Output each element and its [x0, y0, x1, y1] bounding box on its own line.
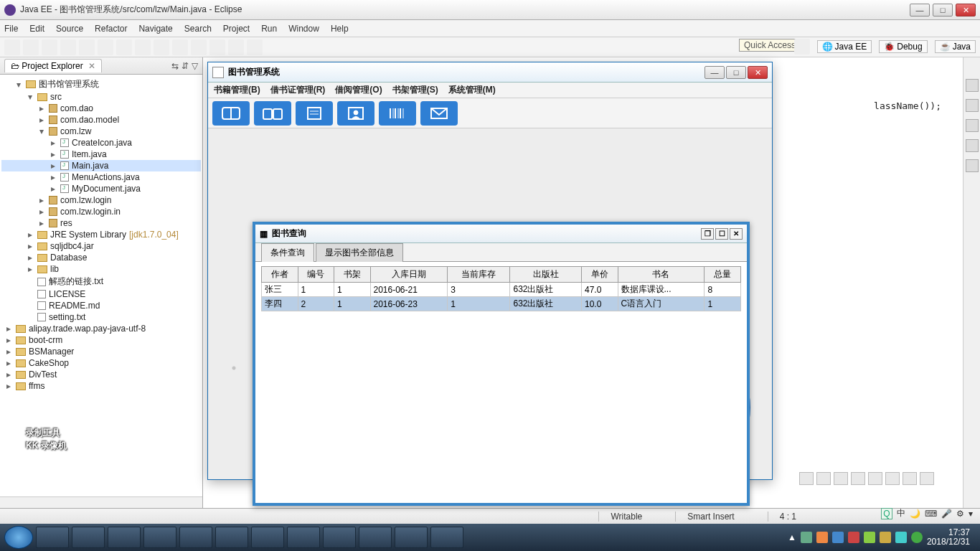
tool-newclass-icon[interactable]: [172, 39, 188, 55]
tool-search-icon[interactable]: [191, 39, 207, 55]
tray-icon[interactable]: [832, 532, 844, 543]
ime-menu-icon[interactable]: ▾: [969, 509, 973, 519]
tree-mydocument[interactable]: ▸MyDocument.java: [1, 183, 201, 194]
th-name[interactable]: 书名: [618, 267, 705, 283]
tray-clock[interactable]: 17:37 2018/12/31: [927, 528, 970, 547]
perspective-java[interactable]: ☕ Java: [935, 40, 976, 53]
bottom-tool-icon[interactable]: [799, 472, 814, 485]
tree-lib[interactable]: ▸lib: [1, 263, 201, 275]
task-paint-icon[interactable]: [215, 527, 248, 548]
app-minimize-button[interactable]: —: [705, 66, 725, 79]
tool-task-icon[interactable]: [209, 39, 225, 55]
tab-condition-query[interactable]: 条件查询: [261, 243, 314, 262]
tray-battery-icon[interactable]: [911, 532, 923, 543]
th-id[interactable]: 编号: [298, 267, 334, 283]
tab-show-all[interactable]: 显示图书全部信息: [316, 243, 403, 262]
quick-access[interactable]: Quick Access: [739, 39, 801, 52]
ime-lang[interactable]: 中: [897, 507, 905, 519]
app-maximize-button[interactable]: □: [726, 66, 746, 79]
tree-bsmanager[interactable]: ▸BSManager: [1, 346, 201, 357]
tree-txt1[interactable]: 解惑的链接.txt: [1, 275, 201, 288]
menu-edit[interactable]: Edit: [29, 24, 44, 34]
tree-project-root[interactable]: ▾图书馆管理系统: [1, 77, 201, 91]
maximize-button[interactable]: □: [933, 4, 953, 17]
tree-readme[interactable]: README.md: [1, 300, 201, 311]
task-folder-icon[interactable]: [179, 527, 212, 548]
tree-license[interactable]: LICENSE: [1, 288, 201, 300]
book-table[interactable]: 作者 编号 书架 入库日期 当前库存 出版社 单价 书名 总量 张三112016…: [261, 266, 741, 311]
cheatsheet-icon[interactable]: [966, 159, 979, 172]
tasklist-icon[interactable]: [966, 99, 979, 112]
tree-divtest[interactable]: ▸DivTest: [1, 369, 201, 380]
tool-back-icon[interactable]: [228, 39, 244, 55]
tool-new-icon[interactable]: [4, 39, 20, 55]
toolbar-list-icon[interactable]: [296, 101, 333, 126]
th-date[interactable]: 入库日期: [370, 267, 448, 283]
tool-newserver-icon[interactable]: [135, 39, 151, 55]
link-editor-icon[interactable]: ⇵: [182, 61, 189, 71]
menu-file[interactable]: File: [4, 24, 18, 34]
perspective-javaee[interactable]: 🌐 Java EE: [817, 40, 872, 53]
tray-icon[interactable]: [880, 532, 891, 543]
tray-icon[interactable]: [848, 532, 859, 543]
ime-keyboard-icon[interactable]: ⌨: [925, 509, 937, 519]
task-chrome-icon[interactable]: [72, 527, 105, 548]
tool-debug-icon[interactable]: [79, 39, 95, 55]
perspective-debug[interactable]: 🐞 Debug: [879, 40, 927, 53]
th-pub[interactable]: 出版社: [510, 267, 582, 283]
task-notepad-icon[interactable]: [251, 527, 284, 548]
app-close-button[interactable]: ✕: [748, 66, 768, 79]
tool-save-icon[interactable]: [23, 39, 39, 55]
inner-close-button[interactable]: ✕: [730, 228, 743, 240]
tray-icon[interactable]: [864, 532, 875, 543]
minimize-button[interactable]: —: [910, 4, 930, 17]
menu-navigate[interactable]: Navigate: [138, 24, 172, 34]
tree-pkg-lzw-login[interactable]: ▸com.lzw.login: [1, 194, 201, 206]
task-wps-icon[interactable]: [395, 527, 428, 548]
bottom-tool-icon[interactable]: [816, 472, 831, 485]
bottom-tool-icon[interactable]: [834, 472, 848, 485]
palette-icon[interactable]: [966, 139, 979, 152]
table-row[interactable]: 张三112016-06-213632出版社47.0数据库课设...8: [262, 283, 741, 297]
close-button[interactable]: ✕: [956, 4, 976, 17]
tree-pkg-lzw[interactable]: ▾com.lzw: [1, 126, 201, 137]
inner-maximize-button[interactable]: ☐: [715, 228, 728, 240]
task-wechat-icon[interactable]: [287, 527, 320, 548]
app-menu-shelf[interactable]: 书架管理(S): [392, 84, 438, 96]
tree-src[interactable]: ▾src: [1, 91, 201, 103]
tree-alipay[interactable]: ▸alipay.trade.wap.pay-java-utf-8: [1, 323, 201, 334]
menu-project[interactable]: Project: [223, 24, 250, 34]
th-total[interactable]: 总量: [705, 267, 741, 283]
menu-help[interactable]: Help: [331, 24, 349, 34]
tree-pkg-dao[interactable]: ▸com.dao: [1, 103, 201, 114]
tree-createicon[interactable]: ▸CreateIcon.java: [1, 137, 201, 149]
tree-main[interactable]: ▸Main.java: [1, 160, 201, 171]
close-view-icon[interactable]: ✕: [88, 61, 95, 71]
table-row[interactable]: 李四212016-06-231632出版社10.0C语言入门1: [262, 297, 741, 311]
tray-icon[interactable]: [801, 532, 812, 543]
tree-pkg-lzw-login-in[interactable]: ▸com.lzw.login.in: [1, 206, 201, 217]
toolbar-mail-icon[interactable]: [420, 101, 458, 126]
app-menu-system[interactable]: 系统管理(M): [448, 84, 496, 96]
tool-newpkg-icon[interactable]: [154, 39, 169, 55]
tray-icon[interactable]: [895, 532, 907, 543]
task-recorder-icon[interactable]: [323, 527, 356, 548]
bottom-tool-icon[interactable]: [885, 472, 900, 485]
snippets-icon[interactable]: [966, 119, 979, 132]
toolbar-book-icon[interactable]: [212, 101, 250, 126]
th-stock[interactable]: 当前库存: [448, 267, 510, 283]
th-author[interactable]: 作者: [262, 267, 298, 283]
inner-titlebar[interactable]: ▦ 图书查询 ❐ ☐ ✕: [255, 225, 747, 243]
tree-hscroll[interactable]: [0, 496, 202, 508]
ime-settings-icon[interactable]: ⚙: [956, 509, 964, 519]
bottom-tool-icon[interactable]: [903, 472, 917, 485]
task-java-icon[interactable]: [430, 527, 463, 548]
tree-menuactions[interactable]: ▸MenuActions.java: [1, 171, 201, 183]
outline-icon[interactable]: [966, 79, 979, 92]
tree-ffms[interactable]: ▸ffms: [1, 380, 201, 392]
app-menu-books[interactable]: 书籍管理(B): [214, 84, 260, 96]
tree-setting[interactable]: setting.txt: [1, 311, 201, 323]
project-explorer-label[interactable]: 🗁 Project Explorer ✕: [4, 59, 102, 72]
bottom-tool-icon[interactable]: [851, 472, 865, 485]
app-menu-borrow[interactable]: 借阅管理(O): [335, 84, 382, 96]
